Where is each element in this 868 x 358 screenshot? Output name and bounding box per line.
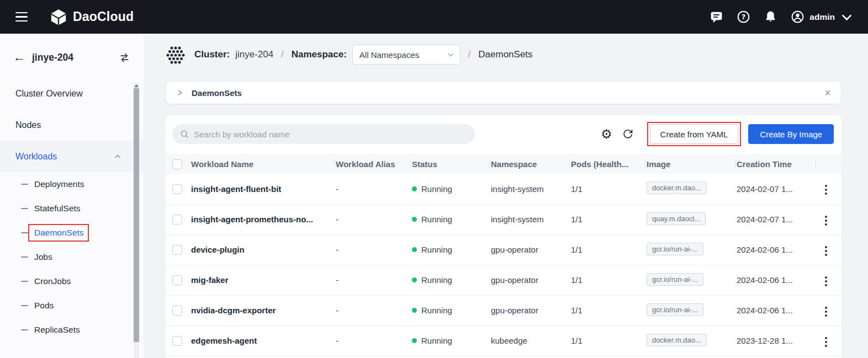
- toolbar-actions: ⚙ Create from YAML Create By Image: [601, 124, 834, 144]
- search-box: [172, 124, 475, 144]
- table-row: edgemesh-agent - Running kubeedge 1/1 do…: [166, 325, 841, 356]
- sidebar-item-cluster-overview[interactable]: Cluster Overview: [0, 78, 144, 109]
- status-label: Running: [421, 275, 452, 285]
- gear-icon[interactable]: ⚙: [601, 128, 612, 141]
- workload-namespace: kubeedge: [490, 325, 570, 356]
- row-checkbox[interactable]: [172, 275, 182, 285]
- image-tag: gcr.io/run-ai-...: [647, 273, 703, 286]
- workload-status: Running: [411, 204, 490, 234]
- sidebar-item-jobs[interactable]: Jobs: [0, 245, 144, 269]
- sidebar-item-label: StatefulSets: [34, 204, 81, 213]
- workload-status: Running: [411, 295, 490, 325]
- chat-icon[interactable]: [710, 10, 723, 24]
- svg-text:?: ?: [742, 13, 746, 21]
- sidebar-cluster-name: jinye-204: [32, 52, 73, 63]
- status-dot: [412, 308, 417, 313]
- kebab-menu-icon[interactable]: [822, 181, 830, 198]
- status-label: Running: [421, 336, 452, 345]
- workload-pods: 1/1: [570, 174, 645, 204]
- namespace-select[interactable]: All Namespaces: [352, 45, 461, 65]
- sidebar-item-cronjobs[interactable]: CronJobs: [0, 269, 144, 293]
- back-icon[interactable]: ←: [13, 51, 25, 63]
- sidebar-nav: Cluster Overview Nodes Workloads Deploym…: [0, 78, 144, 342]
- sidebar-item-daemonsets[interactable]: DaemonSets: [0, 221, 144, 245]
- column-header-image: Image: [645, 154, 735, 174]
- sidebar-item-statefulsets[interactable]: StatefulSets: [0, 196, 144, 221]
- workload-status: Running: [411, 174, 490, 204]
- table-header-row: Workload Name Workload Alias Status Name…: [166, 154, 841, 174]
- creation-time: 2024-02-06 1...: [735, 295, 816, 325]
- dash-icon: [21, 184, 28, 185]
- brand[interactable]: DaoCloud: [50, 8, 134, 26]
- sidebar-item-workloads[interactable]: Workloads: [0, 141, 144, 172]
- banner-title: DaemonSets: [192, 88, 242, 98]
- search-icon: [180, 130, 189, 139]
- scrollbar-up-arrow[interactable]: [134, 84, 139, 87]
- workload-namespace: gpu-operator: [490, 265, 570, 295]
- refresh-icon[interactable]: [622, 129, 633, 140]
- workload-alias: -: [335, 295, 411, 325]
- bell-icon[interactable]: [764, 10, 777, 24]
- creation-time: 2024-02-07 1...: [735, 174, 816, 204]
- status-dot: [412, 247, 417, 252]
- row-checkbox[interactable]: [172, 306, 182, 316]
- daocloud-logo-icon: [50, 8, 67, 26]
- search-input[interactable]: [194, 130, 467, 139]
- toolbar: ⚙ Create from YAML Create By Image: [166, 124, 841, 144]
- kebab-menu-icon[interactable]: [822, 303, 830, 320]
- brand-name: DaoCloud: [73, 9, 134, 24]
- workload-name[interactable]: insight-agent-prometheus-no...: [190, 204, 335, 234]
- user-menu[interactable]: admin: [791, 10, 854, 24]
- workloads-table: Workload Name Workload Alias Status Name…: [166, 154, 841, 356]
- chevron-right-icon[interactable]: [176, 89, 184, 97]
- scrollbar-thumb[interactable]: [134, 88, 139, 342]
- sidebar-item-replicasets[interactable]: ReplicaSets: [0, 318, 144, 342]
- chevron-down-icon: [447, 51, 454, 58]
- workload-namespace: insight-system: [490, 174, 570, 204]
- menu-icon[interactable]: [14, 12, 29, 22]
- workload-name[interactable]: device-plugin: [190, 234, 335, 265]
- row-checkbox[interactable]: [172, 336, 182, 346]
- chevron-up-icon: [114, 153, 121, 161]
- row-checkbox[interactable]: [172, 184, 182, 194]
- dash-icon: [21, 305, 28, 307]
- sidebar-item-label: Nodes: [15, 120, 41, 130]
- dash-icon: [21, 281, 28, 282]
- status-dot: [412, 277, 417, 282]
- sidebar-item-label: Deployments: [34, 179, 84, 189]
- dash-icon: [21, 329, 28, 331]
- workload-name[interactable]: mig-faker: [190, 265, 335, 295]
- status-label: Running: [421, 184, 452, 194]
- kebab-menu-icon[interactable]: [822, 273, 830, 290]
- workload-name[interactable]: nvidia-dcgm-exporter: [190, 295, 335, 325]
- workload-alias: -: [335, 325, 411, 356]
- kebab-menu-icon[interactable]: [822, 334, 830, 350]
- row-checkbox[interactable]: [172, 245, 182, 255]
- close-icon[interactable]: ×: [824, 87, 831, 98]
- sidebar-item-deployments[interactable]: Deployments: [0, 172, 144, 196]
- workload-name[interactable]: insight-agent-fluent-bit: [190, 174, 335, 204]
- image-tag: quay.m.daocl...: [647, 212, 706, 225]
- image-tag: gcr.io/run-ai-...: [647, 303, 703, 316]
- help-icon[interactable]: ?: [737, 10, 750, 24]
- switch-cluster-icon[interactable]: [119, 52, 130, 63]
- column-header-pods: Pods (Health...: [570, 154, 645, 174]
- kebab-menu-icon[interactable]: [822, 212, 830, 229]
- create-from-yaml-button[interactable]: Create from YAML: [650, 124, 739, 144]
- image-tag: gcr.io/run-ai-...: [647, 243, 703, 255]
- chevron-down-icon: [840, 10, 854, 24]
- select-all-checkbox[interactable]: [172, 159, 182, 169]
- sidebar-item-label: Jobs: [34, 252, 52, 262]
- dash-icon: [21, 208, 28, 210]
- workload-status: Running: [411, 234, 490, 265]
- sidebar-item-pods[interactable]: Pods: [0, 293, 144, 318]
- kebab-menu-icon[interactable]: [822, 243, 830, 259]
- sidebar-item-nodes[interactable]: Nodes: [0, 109, 144, 141]
- create-by-image-button[interactable]: Create By Image: [748, 124, 834, 144]
- row-checkbox[interactable]: [172, 215, 182, 225]
- dash-icon: [21, 257, 28, 258]
- image-tag: docker.m.dao...: [647, 181, 707, 194]
- workload-name[interactable]: edgemesh-agent: [190, 325, 335, 356]
- cluster-icon: [166, 45, 186, 65]
- table-row: insight-agent-fluent-bit - Running insig…: [166, 174, 841, 204]
